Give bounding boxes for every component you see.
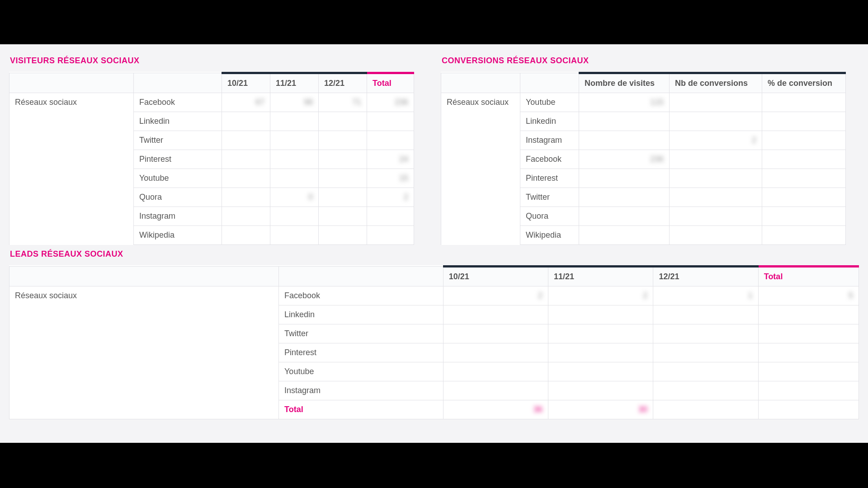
cell <box>319 188 367 207</box>
group-label: Réseaux sociaux <box>9 286 279 419</box>
cell <box>548 362 653 381</box>
group-label: Réseaux sociaux <box>9 93 134 245</box>
cell <box>670 245 762 245</box>
cell-total <box>758 343 859 362</box>
cell <box>579 226 670 245</box>
cell <box>670 93 762 112</box>
cell <box>222 207 270 226</box>
row-name: Linkedin <box>134 112 222 131</box>
row-name: Linkedin <box>520 112 579 131</box>
cell <box>670 112 762 131</box>
cell <box>762 207 846 226</box>
cell-total: 13 <box>367 245 414 245</box>
row-name: Quora <box>134 188 222 207</box>
row-name: Linkedin <box>279 305 443 324</box>
col-conversions[interactable]: Nb de conversions <box>670 73 762 93</box>
cell-total <box>758 400 859 419</box>
row-name: Wikipedia <box>134 226 222 245</box>
visiteurs-card: VISITEURS RÉSEAUX SOCIAUX 10/21 11/21 12… <box>9 53 427 245</box>
cell <box>762 169 846 188</box>
cell <box>319 150 367 169</box>
cell: 30 <box>548 400 653 419</box>
row-name: Twitter.com <box>134 245 222 245</box>
cell: 2 <box>548 286 653 305</box>
cell <box>548 343 653 362</box>
cell-total <box>758 362 859 381</box>
cell-total <box>367 226 414 245</box>
row-name: Twitter <box>520 188 579 207</box>
cell <box>270 207 319 226</box>
cell <box>222 245 270 245</box>
row-name: Facebook <box>134 93 222 112</box>
row-name: Instagram <box>279 381 443 400</box>
col-1221[interactable]: 12/21 <box>319 73 367 93</box>
row-name: Youtube <box>134 169 222 188</box>
cell <box>222 131 270 150</box>
cell <box>443 381 548 400</box>
cell <box>443 362 548 381</box>
dashboard-canvas: VISITEURS RÉSEAUX SOCIAUX 10/21 11/21 12… <box>0 44 868 443</box>
row-name: Instagram <box>520 131 579 150</box>
col-pct[interactable]: % de conversion <box>762 73 846 93</box>
col-1121[interactable]: 11/21 <box>548 267 653 286</box>
cell-total: 15 <box>367 169 414 188</box>
row-name: Pinterest <box>520 169 579 188</box>
cell <box>579 207 670 226</box>
cell <box>319 131 367 150</box>
row-name: Pinterest <box>134 150 222 169</box>
cell <box>653 381 758 400</box>
leads-table: 10/21 11/21 12/21 Total Réseaux sociauxF… <box>9 265 859 419</box>
row-name: Quora <box>520 207 579 226</box>
cell <box>319 226 367 245</box>
cell <box>653 343 758 362</box>
leads-card: LEADS RÉSEAUX SOCIAUX 10/21 11/21 12/21 … <box>0 245 868 419</box>
cell <box>653 305 758 324</box>
cell <box>548 305 653 324</box>
visiteurs-table: 10/21 11/21 12/21 Total Réseaux sociauxF… <box>9 72 414 245</box>
col-visites[interactable]: Nombre de visites <box>579 73 670 93</box>
cell: 71 <box>319 93 367 112</box>
cell-total <box>367 131 414 150</box>
cell <box>319 112 367 131</box>
cell <box>222 188 270 207</box>
col-1221[interactable]: 12/21 <box>653 267 758 286</box>
table-row: Réseaux sociauxFacebook679871236 <box>9 93 414 112</box>
table-header-row: 10/21 11/21 12/21 Total <box>9 73 414 93</box>
cell: 0,00 % <box>762 245 846 245</box>
row-name: Twitter.com <box>520 245 579 245</box>
cell <box>270 226 319 245</box>
col-1121[interactable]: 11/21 <box>270 73 319 93</box>
cell-total <box>758 381 859 400</box>
col-total[interactable]: Total <box>758 267 859 286</box>
cell <box>762 131 846 150</box>
cell <box>762 93 846 112</box>
cell <box>319 169 367 188</box>
table-header-row: 10/21 11/21 12/21 Total <box>9 267 859 286</box>
cell <box>762 112 846 131</box>
col-1021[interactable]: 10/21 <box>222 73 270 93</box>
cell-total: 5 <box>758 286 859 305</box>
cell <box>443 305 548 324</box>
cell <box>548 381 653 400</box>
visiteurs-title: VISITEURS RÉSEAUX SOCIAUX <box>10 56 427 66</box>
cell-total <box>367 207 414 226</box>
cell-total <box>367 112 414 131</box>
col-blank <box>9 267 279 286</box>
col-1021[interactable]: 10/21 <box>443 267 548 286</box>
cell <box>670 226 762 245</box>
row-name: Youtube <box>520 93 579 112</box>
cell: 0 <box>270 245 319 245</box>
cell <box>443 343 548 362</box>
row-name: Pinterest <box>279 343 443 362</box>
cell: 36 <box>443 400 548 419</box>
col-total[interactable]: Total <box>367 73 414 93</box>
cell: 67 <box>222 93 270 112</box>
row-name: Twitter <box>134 131 222 150</box>
table-header-row: Nombre de visites Nb de conversions % de… <box>441 73 846 93</box>
col-blank <box>441 73 520 93</box>
cell <box>270 131 319 150</box>
cell <box>670 169 762 188</box>
cell <box>319 207 367 226</box>
col-blank2 <box>279 267 443 286</box>
table-row: Réseaux sociauxFacebook2215 <box>9 286 859 305</box>
